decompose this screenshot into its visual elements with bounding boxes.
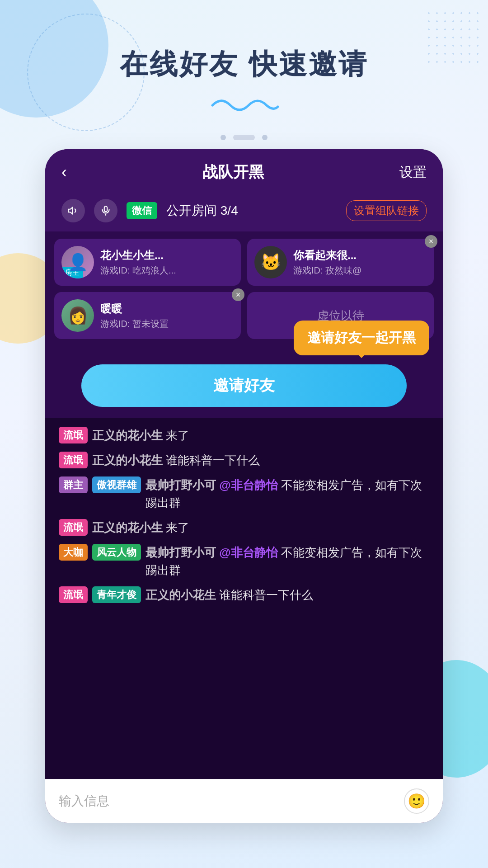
close-player-2[interactable]: × xyxy=(425,235,437,248)
chat-message-4: 流氓 正义的花小生 来了 xyxy=(59,519,429,537)
mic-icon[interactable] xyxy=(94,199,117,222)
player-gameid-3: 游戏ID: 暂未设置 xyxy=(100,318,234,330)
msg-text-2: 正义的小花生 谁能科普一下什么 xyxy=(92,452,429,469)
wave-decoration xyxy=(0,94,488,112)
phone-mockup: ‹ 战队开黑 设置 微信 公开房间 3/4 设置组队链接 xyxy=(45,149,443,823)
player-card-2: × 你看起来很... 游戏ID: 孜然味@ xyxy=(247,239,434,286)
badge-liuhun-2: 流氓 xyxy=(59,452,88,468)
mention-5: @非台静怡 xyxy=(219,546,277,559)
app-header: ‹ 战队开黑 设置 xyxy=(45,149,443,192)
msg-text-5: 最帅打野小可 @非台静怡 不能变相发广告，如有下次踢出群 xyxy=(145,544,429,579)
badge-dacha-5: 大咖 xyxy=(59,544,88,561)
username-2: 正义的小花生 xyxy=(92,453,163,467)
pagination-dots xyxy=(0,135,488,140)
username-5: 最帅打野小可 xyxy=(145,546,216,559)
msg-content-1: 来了 xyxy=(166,429,189,442)
player-gameid-1: 游戏ID: 吃鸡浪人... xyxy=(100,264,234,277)
host-badge: 房主 xyxy=(61,267,83,278)
dot-3[interactable] xyxy=(262,135,267,140)
chat-message-6: 流氓 青年才俊 正义的小花生 谁能科普一下什么 xyxy=(59,586,429,604)
settings-button[interactable]: 设置 xyxy=(399,163,427,182)
badge-liuhun-6: 流氓 xyxy=(59,586,88,603)
badge-liuhun-4: 流氓 xyxy=(59,519,88,536)
back-button[interactable]: ‹ xyxy=(61,163,67,182)
player-info-2: 你看起来很... 游戏ID: 孜然味@ xyxy=(293,248,427,277)
msg-text-4: 正义的花小生 来了 xyxy=(92,519,429,537)
badge-fjqs-3: 傲视群雄 xyxy=(92,476,141,493)
wechat-badge: 微信 xyxy=(127,202,157,219)
dot-1[interactable] xyxy=(221,135,226,140)
app-area: ‹ 战队开黑 设置 微信 公开房间 3/4 设置组队链接 xyxy=(45,149,443,823)
app-title: 战队开黑 xyxy=(202,162,264,183)
page-title: 在线好友 快速邀请 xyxy=(0,45,488,83)
room-controls-bar: 微信 公开房间 3/4 设置组队链接 xyxy=(45,192,443,231)
player-name-1: 花小生小生... xyxy=(100,248,234,263)
chat-area: 流氓 正义的花小生 来了 流氓 正义的小花生 谁能科普一下什么 群主 傲视群雄 xyxy=(45,418,443,779)
username-4: 正义的花小生 xyxy=(92,521,163,534)
badge-qunzhu-3: 群主 xyxy=(59,476,88,493)
player-gameid-2: 游戏ID: 孜然味@ xyxy=(293,264,427,277)
svg-rect-0 xyxy=(104,206,108,212)
room-info-text: 公开房间 3/4 xyxy=(166,202,337,219)
badge-fengyun-5: 风云人物 xyxy=(92,544,141,561)
invite-button-area: 邀请好友 xyxy=(45,346,443,418)
input-bar: 输入信息 🙂 xyxy=(45,779,443,823)
speaker-icon[interactable] xyxy=(61,199,85,222)
username-1: 正义的花小生 xyxy=(92,429,163,442)
avatar-player-2 xyxy=(254,246,287,278)
mention-3: @非台静怡 xyxy=(219,478,277,492)
setup-link-button[interactable]: 设置组队链接 xyxy=(346,200,427,221)
chat-message-2: 流氓 正义的小花生 谁能科普一下什么 xyxy=(59,452,429,469)
msg-text-3: 最帅打野小可 @非台静怡 不能变相发广告，如有下次踢出群 xyxy=(145,476,429,512)
header-section: 在线好友 快速邀请 xyxy=(0,45,488,112)
player-name-3: 暖暖 xyxy=(100,302,234,316)
emoji-button[interactable]: 🙂 xyxy=(404,788,429,814)
player-name-2: 你看起来很... xyxy=(293,248,427,263)
msg-content-4: 来了 xyxy=(166,521,189,534)
badge-qncj-6: 青年才俊 xyxy=(92,586,141,603)
invite-friends-button[interactable]: 邀请好友 xyxy=(81,364,407,407)
chat-message-3: 群主 傲视群雄 最帅打野小可 @非台静怡 不能变相发广告，如有下次踢出群 xyxy=(59,476,429,512)
player-card-3: × 暖暖 游戏ID: 暂未设置 xyxy=(54,292,241,339)
dot-2[interactable] xyxy=(233,135,255,140)
avatar-player-1: 房主 xyxy=(61,246,94,278)
wave-icon xyxy=(208,94,280,112)
player-info-1: 花小生小生... 游戏ID: 吃鸡浪人... xyxy=(100,248,234,277)
chat-message-1: 流氓 正义的花小生 来了 xyxy=(59,427,429,444)
msg-text-6: 正义的小花生 谁能科普一下什么 xyxy=(145,586,429,604)
players-grid: 房主 花小生小生... 游戏ID: 吃鸡浪人... × 你看起来很... 游戏I… xyxy=(45,231,443,346)
username-6: 正义的小花生 xyxy=(145,588,216,602)
close-player-3[interactable]: × xyxy=(232,288,244,301)
badge-liuhun-1: 流氓 xyxy=(59,427,88,443)
chat-message-5: 大咖 风云人物 最帅打野小可 @非台静怡 不能变相发广告，如有下次踢出群 xyxy=(59,544,429,579)
invite-tooltip: 邀请好友一起开黑 xyxy=(294,321,429,355)
player-info-3: 暖暖 游戏ID: 暂未设置 xyxy=(100,302,234,330)
msg-text-1: 正义的花小生 来了 xyxy=(92,427,429,444)
avatar-player-3 xyxy=(61,299,94,332)
input-placeholder-text[interactable]: 输入信息 xyxy=(59,793,395,810)
msg-content-2: 谁能科普一下什么 xyxy=(166,453,260,467)
msg-content-6: 谁能科普一下什么 xyxy=(219,588,313,602)
player-card-1: 房主 花小生小生... 游戏ID: 吃鸡浪人... xyxy=(54,239,241,286)
username-3: 最帅打野小可 xyxy=(145,478,216,492)
